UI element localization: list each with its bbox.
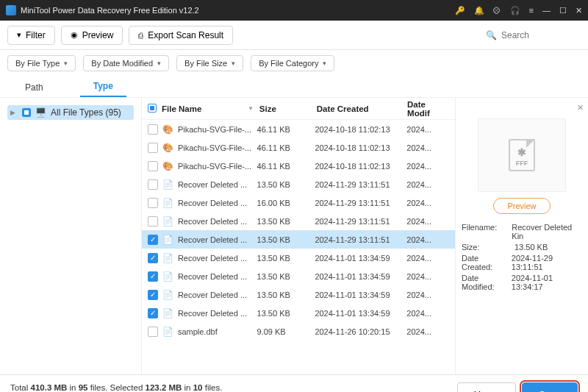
table-row[interactable]: 📄Recover Deleted ...13.50 KB2024-11-01 1… — [142, 267, 455, 285]
filter-by-date[interactable]: By Date Modified — [83, 55, 169, 71]
cell-size: 16.00 KB — [257, 199, 315, 207]
cell-date-created: 2024-11-01 13:34:59 — [315, 272, 406, 281]
tree-root[interactable]: ▶ 🖥️ All File Types (95) — [7, 105, 134, 120]
cell-filename: Recover Deleted ... — [178, 291, 257, 299]
preview-thumbnail: ✱FFF — [478, 118, 566, 192]
col-filename[interactable]: File Name▼ — [162, 104, 259, 113]
cell-date-created: 2024-11-26 10:20:15 — [315, 327, 406, 336]
row-checkbox[interactable] — [148, 290, 158, 300]
filter-by-size[interactable]: By File Size — [176, 55, 243, 71]
minimize-icon[interactable]: — — [542, 6, 551, 15]
file-icon: 📄 — [162, 252, 173, 264]
home-button[interactable]: Home — [457, 382, 517, 392]
cell-size: 13.50 KB — [257, 180, 315, 189]
file-icon: 🎨 — [162, 142, 173, 154]
cell-date-created: 2024-11-01 13:34:59 — [315, 254, 406, 263]
table-row[interactable]: 🎨Pikachu-SVG-File-...46.11 KB2024-10-18 … — [142, 120, 455, 138]
row-checkbox[interactable] — [148, 271, 158, 282]
table-row[interactable]: 📄Recover Deleted ...13.50 KB2024-11-01 1… — [142, 304, 455, 322]
search-box[interactable]: 🔍 — [486, 30, 581, 40]
cell-date-created: 2024-10-18 11:02:13 — [315, 143, 406, 152]
row-checkbox[interactable] — [148, 179, 158, 190]
cell-date-created: 2024-10-18 11:02:13 — [315, 125, 406, 134]
cell-date-modified: 2024... — [406, 199, 449, 207]
row-checkbox[interactable] — [148, 216, 158, 227]
filter-by-type[interactable]: By File Type — [7, 55, 76, 71]
maximize-icon[interactable]: ☐ — [559, 6, 567, 15]
filter-by-category[interactable]: By File Category — [251, 55, 334, 71]
file-icon: 📄 — [162, 307, 173, 319]
search-input[interactable] — [501, 30, 575, 40]
col-size[interactable]: Size — [259, 104, 317, 113]
file-icon: 📄 — [162, 179, 173, 190]
cell-size: 13.50 KB — [257, 254, 315, 263]
tree-checkbox[interactable] — [22, 108, 31, 117]
file-icon: 📄 — [162, 215, 173, 227]
table-row[interactable]: 📄Recover Deleted ...13.50 KB2024-11-29 1… — [142, 175, 455, 193]
cell-date-created: 2024-11-29 13:11:51 — [315, 180, 406, 189]
cell-date-modified: 2024... — [406, 272, 449, 281]
cell-date-created: 2024-11-29 13:11:51 — [315, 235, 406, 244]
table-row[interactable]: 📄Recover Deleted ...16.00 KB2024-11-29 1… — [142, 193, 455, 212]
tab-type[interactable]: Type — [80, 76, 126, 97]
cell-filename: Recover Deleted ... — [178, 309, 257, 318]
meta-value: 13.50 KB — [514, 243, 548, 252]
table-row[interactable]: 📄sample.dbf9.09 KB2024-11-26 10:20:15202… — [142, 322, 455, 341]
close-icon[interactable]: ✕ — [576, 6, 582, 15]
menu-icon[interactable]: ≡ — [529, 6, 534, 15]
cell-date-created: 2024-11-01 13:34:59 — [315, 309, 406, 318]
preview-button[interactable]: ◉Preview — [61, 26, 123, 45]
table-row[interactable]: 🎨Pikachu-SVG-File-...46.11 KB2024-10-18 … — [142, 138, 455, 157]
table-row[interactable]: 🎨Pikachu-SVG-File-...46.11 KB2024-10-18 … — [142, 157, 455, 175]
table-header: File Name▼ Size Date Created Date Modif — [142, 98, 455, 120]
cell-filename: Recover Deleted ... — [178, 272, 257, 281]
cell-size: 13.50 KB — [257, 217, 315, 226]
cell-date-modified: 2024... — [406, 217, 449, 226]
preview-action-button[interactable]: Preview — [493, 198, 550, 214]
header-checkbox[interactable] — [148, 104, 162, 114]
table-row[interactable]: 📄Recover Deleted ...13.50 KB2024-11-29 1… — [142, 230, 455, 249]
headset-icon[interactable]: 🎧 — [510, 6, 520, 15]
cell-filename: Recover Deleted ... — [178, 199, 257, 207]
table-row[interactable]: 📄Recover Deleted ...13.50 KB2024-11-29 1… — [142, 212, 455, 230]
tab-bar: Path Type — [0, 76, 588, 97]
tab-path[interactable]: Path — [12, 78, 57, 97]
monitor-icon: 🖥️ — [35, 107, 46, 118]
save-button[interactable]: Save — [522, 382, 578, 392]
cell-size: 13.50 KB — [257, 309, 315, 318]
row-checkbox[interactable] — [148, 198, 158, 208]
footer-info: Total 410.3 MB in 95 files. Selected 123… — [10, 382, 451, 392]
globe-icon[interactable]: ⛒ — [493, 6, 501, 15]
document-icon: ✱FFF — [509, 139, 535, 171]
col-date-modified[interactable]: Date Modif — [407, 100, 449, 118]
key-icon[interactable]: 🔑 — [455, 6, 465, 15]
export-button[interactable]: ⎙Export Scan Result — [129, 26, 233, 45]
row-checkbox[interactable] — [148, 253, 158, 263]
col-date-created[interactable]: Date Created — [317, 104, 407, 113]
row-checkbox[interactable] — [148, 235, 158, 245]
cell-filename: Recover Deleted ... — [178, 254, 257, 263]
filter-button[interactable]: ▾Filter — [7, 26, 55, 45]
row-checkbox[interactable] — [148, 143, 158, 153]
meta-label: Date Modified: — [462, 274, 512, 291]
preview-panel: × ✱FFF Preview Filename:Recover Deleted … — [456, 97, 588, 374]
chevron-right-icon[interactable]: ▶ — [10, 109, 18, 116]
cell-filename: Pikachu-SVG-File-... — [178, 143, 257, 152]
cell-date-modified: 2024... — [406, 180, 449, 189]
cell-size: 13.50 KB — [257, 272, 315, 281]
row-checkbox[interactable] — [148, 327, 158, 337]
sort-icon: ▼ — [248, 105, 254, 112]
bell-icon[interactable]: 🔔 — [474, 6, 484, 15]
close-panel-icon[interactable]: × — [577, 101, 584, 113]
cell-date-modified: 2024... — [406, 143, 449, 152]
table-row[interactable]: 📄Recover Deleted ...13.50 KB2024-11-01 1… — [142, 249, 455, 267]
cell-date-created: 2024-11-29 13:11:51 — [315, 199, 406, 207]
cell-date-modified: 2024... — [406, 235, 449, 244]
row-checkbox[interactable] — [148, 161, 158, 171]
meta-value: 2024-11-29 13:11:51 — [512, 254, 582, 271]
table-row[interactable]: 📄Recover Deleted ...13.50 KB2024-11-01 1… — [142, 285, 455, 304]
row-checkbox[interactable] — [148, 308, 158, 318]
cell-filename: sample.dbf — [178, 327, 257, 336]
sidebar: ▶ 🖥️ All File Types (95) — [0, 97, 141, 374]
row-checkbox[interactable] — [148, 124, 158, 135]
